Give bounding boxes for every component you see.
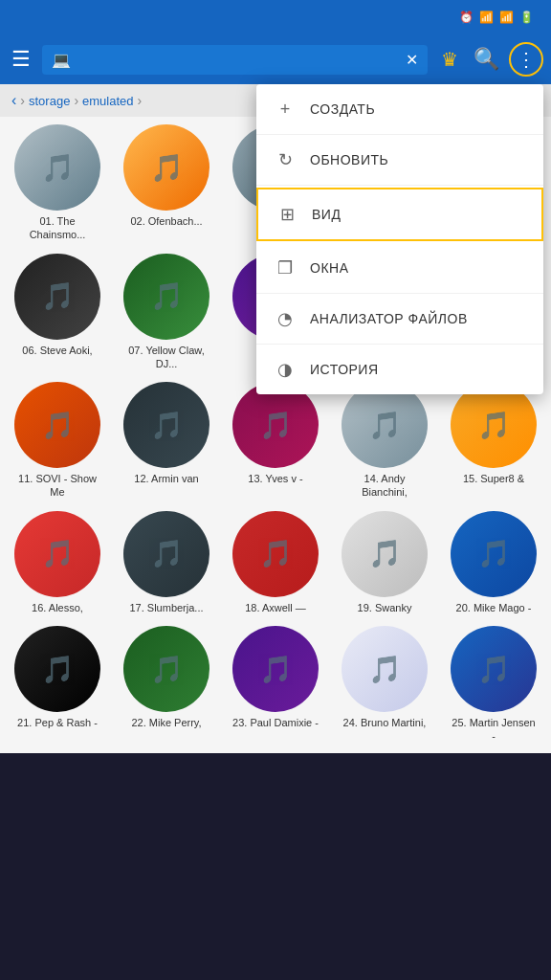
music-note-icon: 🎵 bbox=[41, 538, 75, 569]
file-thumb-2: 🎵 bbox=[123, 124, 209, 211]
file-label-13: 13. Yves v - bbox=[248, 472, 302, 485]
file-thumb-20: 🎵 bbox=[451, 511, 537, 597]
file-label-14: 14. Andy Bianchini, bbox=[342, 472, 428, 500]
device-icon: 💻 bbox=[52, 51, 71, 69]
create-icon: + bbox=[274, 98, 297, 121]
refresh-icon: ↻ bbox=[274, 148, 297, 171]
menu-button[interactable]: ☰ bbox=[8, 45, 34, 74]
file-item-19[interactable]: 🎵19. Swanky bbox=[331, 507, 438, 620]
file-thumb-23: 🎵 bbox=[232, 626, 319, 712]
file-label-21: 21. Pep & Rash - bbox=[17, 716, 98, 729]
file-item-21[interactable]: 🎵21. Pep & Rash - bbox=[4, 622, 111, 749]
music-note-icon: 🎵 bbox=[150, 410, 184, 441]
menu-item-create[interactable]: +СОЗДАТЬ bbox=[256, 84, 543, 135]
file-label-20: 20. Mike Mago - bbox=[456, 601, 532, 614]
file-thumb-11: 🎵 bbox=[14, 382, 100, 468]
file-item-15[interactable]: 🎵15. Super8 & bbox=[440, 378, 547, 505]
file-label-18: 18. Axwell — bbox=[245, 601, 306, 614]
sep2: › bbox=[74, 93, 78, 108]
music-note-icon: 🎵 bbox=[477, 654, 511, 685]
file-thumb-15: 🎵 bbox=[451, 382, 537, 468]
music-note-icon: 🎵 bbox=[477, 410, 511, 441]
file-label-7: 07. Yellow Claw, DJ... bbox=[123, 344, 209, 371]
menu-item-refresh[interactable]: ↻ОБНОВИТЬ bbox=[256, 135, 543, 186]
windows-icon: ❐ bbox=[274, 256, 297, 279]
file-label-12: 12. Armin van bbox=[134, 472, 198, 485]
file-item-6[interactable]: 🎵06. Steve Aoki, bbox=[4, 250, 111, 377]
music-note-icon: 🎵 bbox=[41, 654, 75, 685]
file-thumb-18: 🎵 bbox=[232, 511, 319, 597]
music-note-icon: 🎵 bbox=[259, 410, 293, 441]
file-thumb-19: 🎵 bbox=[342, 511, 428, 597]
music-note-icon: 🎵 bbox=[150, 538, 184, 569]
device-selector[interactable]: 💻 ✕ bbox=[42, 45, 428, 75]
file-thumb-16: 🎵 bbox=[14, 511, 100, 597]
music-note-icon: 🎵 bbox=[368, 410, 402, 441]
music-note-icon: 🎵 bbox=[150, 152, 184, 184]
music-note-icon: 🎵 bbox=[41, 280, 75, 312]
music-note-icon: 🎵 bbox=[368, 538, 402, 569]
file-thumb-21: 🎵 bbox=[14, 626, 100, 712]
file-thumb-25: 🎵 bbox=[451, 626, 537, 712]
file-label-15: 15. Super8 & bbox=[463, 472, 524, 485]
sep3: › bbox=[138, 93, 143, 108]
analyzer-icon: ◔ bbox=[274, 307, 297, 330]
file-item-14[interactable]: 🎵14. Andy Bianchini, bbox=[331, 378, 438, 505]
file-label-6: 06. Steve Aoki, bbox=[22, 344, 92, 357]
file-label-25: 25. Martin Jensen - bbox=[451, 716, 537, 744]
menu-label-create: СОЗДАТЬ bbox=[310, 101, 375, 117]
menu-item-analyzer[interactable]: ◔АНАЛИЗАТОР ФАЙЛОВ bbox=[256, 294, 543, 345]
file-item-20[interactable]: 🎵20. Mike Mago - bbox=[440, 507, 547, 620]
file-label-16: 16. Alesso, bbox=[32, 601, 83, 614]
menu-item-history[interactable]: ◑ИСТОРИЯ bbox=[256, 345, 543, 394]
file-item-13[interactable]: 🎵13. Yves v - bbox=[222, 378, 329, 505]
signal-icon: 📶 bbox=[499, 11, 514, 24]
menu-label-windows: ОКНА bbox=[310, 260, 349, 276]
file-thumb-17: 🎵 bbox=[123, 511, 209, 597]
file-item-17[interactable]: 🎵17. Slumberja... bbox=[113, 507, 220, 620]
file-item-25[interactable]: 🎵25. Martin Jensen - bbox=[440, 622, 547, 749]
file-item-24[interactable]: 🎵24. Bruno Martini, bbox=[331, 622, 438, 749]
menu-item-view[interactable]: ⊞ВИД bbox=[256, 188, 543, 241]
file-item-23[interactable]: 🎵23. Paul Damixie - bbox=[222, 622, 329, 749]
breadcrumb-emulated[interactable]: emulated bbox=[82, 94, 133, 108]
menu-label-analyzer: АНАЛИЗАТОР ФАЙЛОВ bbox=[310, 311, 468, 326]
premium-button[interactable]: ♛ bbox=[435, 46, 464, 73]
file-item-22[interactable]: 🎵22. Mike Perry, bbox=[113, 622, 220, 749]
music-note-icon: 🎵 bbox=[477, 538, 511, 569]
breadcrumb-storage[interactable]: storage bbox=[29, 94, 70, 108]
menu-item-windows[interactable]: ❐ОКНА bbox=[256, 243, 543, 294]
file-thumb-7: 🎵 bbox=[123, 254, 209, 340]
wifi-icon: 📶 bbox=[479, 11, 494, 24]
file-item-7[interactable]: 🎵07. Yellow Claw, DJ... bbox=[113, 250, 220, 377]
file-thumb-1: 🎵 bbox=[14, 124, 100, 211]
file-item-2[interactable]: 🎵02. Ofenbach... bbox=[113, 121, 220, 248]
file-item-18[interactable]: 🎵18. Axwell — bbox=[222, 507, 329, 620]
file-label-17: 17. Slumberja... bbox=[129, 601, 203, 614]
file-item-11[interactable]: 🎵11. SOVI - Show Me bbox=[4, 378, 111, 505]
menu-label-view: ВИД bbox=[312, 207, 341, 222]
battery-icon: 🔋 bbox=[519, 11, 534, 24]
toolbar-icons: ♛ 🔍 ⋮ bbox=[435, 42, 543, 77]
more-options-button[interactable]: ⋮ bbox=[509, 42, 543, 77]
history-icon: ◑ bbox=[274, 358, 297, 381]
view-icon: ⊞ bbox=[276, 203, 298, 226]
file-thumb-24: 🎵 bbox=[342, 626, 428, 712]
music-note-icon: 🎵 bbox=[150, 654, 184, 685]
menu-label-refresh: ОБНОВИТЬ bbox=[310, 152, 388, 167]
file-label-11: 11. SOVI - Show Me bbox=[14, 472, 100, 500]
file-item-12[interactable]: 🎵12. Armin van bbox=[113, 378, 220, 505]
file-label-1: 01. The Chainsmo... bbox=[14, 214, 100, 242]
toolbar: ☰ 💻 ✕ ♛ 🔍 ⋮ bbox=[0, 34, 551, 84]
file-thumb-22: 🎵 bbox=[123, 626, 209, 712]
search-button[interactable]: 🔍 bbox=[468, 45, 505, 74]
alarm-icon: ⏰ bbox=[459, 11, 474, 24]
music-note-icon: 🎵 bbox=[259, 538, 293, 569]
music-note-icon: 🎵 bbox=[150, 280, 184, 312]
music-note-icon: 🎵 bbox=[368, 654, 402, 685]
close-device-button[interactable]: ✕ bbox=[406, 51, 418, 69]
menu-label-history: ИСТОРИЯ bbox=[310, 362, 379, 377]
file-label-2: 02. Ofenbach... bbox=[130, 214, 202, 228]
file-item-1[interactable]: 🎵01. The Chainsmo... bbox=[4, 121, 111, 248]
file-item-16[interactable]: 🎵16. Alesso, bbox=[4, 507, 111, 620]
